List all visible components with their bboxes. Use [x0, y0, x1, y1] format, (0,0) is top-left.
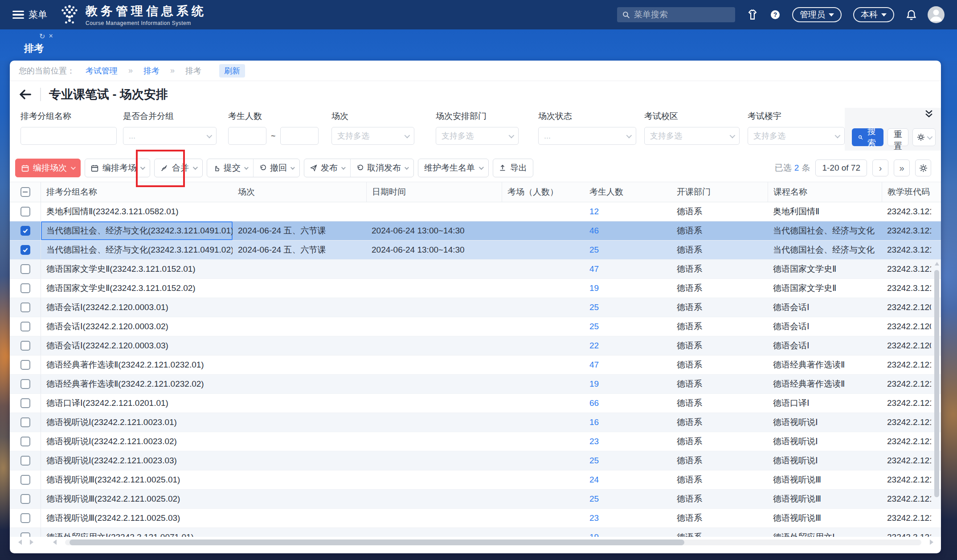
- frozen-scroll-right-button[interactable]: [26, 539, 37, 546]
- vertical-scrollbar[interactable]: [934, 204, 940, 534]
- merged-select[interactable]: ...: [123, 127, 217, 145]
- column-header-students[interactable]: 考生人数: [584, 182, 671, 202]
- last-page-button[interactable]: »: [894, 159, 910, 176]
- students-count-link[interactable]: 19: [589, 283, 599, 293]
- table-row[interactable]: 德语经典著作选读Ⅱ(23242.2.121.0232.01) 47 德语系 德语…: [10, 356, 941, 375]
- students-count-link[interactable]: 25: [589, 322, 599, 331]
- column-header-datetime[interactable]: 日期时间: [366, 182, 502, 202]
- back-arrow-button[interactable]: [19, 88, 32, 101]
- row-checkbox[interactable]: [20, 341, 30, 351]
- table-row[interactable]: 德语国家文学史Ⅱ(23242.3.121.0152.01) 47 德语系 德语国…: [10, 260, 941, 279]
- publish-button[interactable]: 发布: [304, 159, 350, 177]
- column-header-dept[interactable]: 开课部门: [671, 182, 768, 202]
- students-count-link[interactable]: 16: [589, 417, 599, 427]
- table-row[interactable]: 德语会话Ⅰ(23242.2.120.0003.03) 22 德语系 德语会话Ⅰ …: [10, 336, 941, 356]
- withdraw-button[interactable]: 撤回: [253, 159, 299, 177]
- scroll-left-arrow[interactable]: [49, 539, 61, 546]
- frozen-scroll-left-button[interactable]: [14, 539, 26, 546]
- building-select[interactable]: 支持多选: [748, 127, 845, 145]
- column-header-session[interactable]: 场次: [233, 182, 366, 202]
- table-row[interactable]: 德语经典著作选读Ⅱ(23242.2.121.0232.02) 19 德语系 德语…: [10, 375, 941, 394]
- students-count-link[interactable]: 66: [589, 398, 599, 408]
- table-row[interactable]: 德语会话Ⅰ(23242.2.120.0003.01) 25 德语系 德语会话Ⅰ …: [10, 298, 941, 317]
- notification-bell-icon[interactable]: [906, 9, 917, 20]
- row-checkbox[interactable]: [20, 379, 30, 389]
- students-count-link[interactable]: 22: [589, 341, 599, 351]
- help-icon[interactable]: ?: [770, 9, 781, 20]
- row-checkbox[interactable]: [20, 322, 30, 331]
- next-page-button[interactable]: ›: [872, 159, 888, 176]
- select-all-checkbox[interactable]: [20, 187, 30, 197]
- table-settings-button[interactable]: [915, 159, 931, 176]
- row-checkbox[interactable]: [20, 437, 30, 446]
- row-checkbox[interactable]: [20, 456, 30, 466]
- vertical-scrollbar-thumb[interactable]: [934, 270, 939, 497]
- horizontal-scrollbar-thumb[interactable]: [70, 540, 684, 545]
- breadcrumb-link-exam-management[interactable]: 考试管理: [86, 65, 118, 76]
- breadcrumb-link-scheduling[interactable]: 排考: [143, 65, 160, 76]
- table-row[interactable]: 德语国家文学史Ⅱ(23242.3.121.0152.02) 19 德语系 德语国…: [10, 279, 941, 298]
- row-checkbox[interactable]: [20, 532, 30, 537]
- table-row[interactable]: 德语视听说Ⅲ(23242.2.121.0025.01) 24 德语系 德语视听说…: [10, 470, 941, 490]
- column-header-room[interactable]: 考场（人数）: [502, 182, 584, 202]
- arrange-room-button[interactable]: 编排考场: [85, 159, 150, 177]
- merge-button[interactable]: 合并: [154, 159, 203, 177]
- row-checkbox[interactable]: [20, 226, 30, 236]
- table-row[interactable]: 德语视听说Ⅰ(23242.2.121.0023.01) 16 德语系 德语视听说…: [10, 413, 941, 432]
- students-count-link[interactable]: 25: [589, 494, 599, 504]
- table-row[interactable]: 德语视听说Ⅲ(23242.2.121.0025.03) 23 德语系 德语视听说…: [10, 509, 941, 528]
- students-count-link[interactable]: 47: [589, 360, 599, 370]
- row-checkbox[interactable]: [20, 360, 30, 370]
- session-status-select[interactable]: ...: [538, 127, 636, 145]
- students-count-link[interactable]: 25: [589, 302, 599, 312]
- theme-shirt-icon[interactable]: [747, 9, 758, 20]
- students-count-link[interactable]: 25: [589, 456, 599, 466]
- tab-close-icon[interactable]: ×: [49, 32, 53, 41]
- table-row[interactable]: 德语口译Ⅰ(23242.2.121.0201.01) 66 德语系 德语口译Ⅰ …: [10, 394, 941, 413]
- row-checkbox[interactable]: [20, 207, 30, 217]
- table-row[interactable]: 德语外贸应用文Ⅰ(23242.3.121.0071.01) 19 德语系 德语外…: [10, 528, 941, 537]
- students-count-link[interactable]: 47: [589, 264, 599, 274]
- student-count-max-input[interactable]: [280, 127, 319, 145]
- menu-search-input[interactable]: 菜单搜索: [617, 7, 735, 22]
- scope-dropdown[interactable]: 本科: [853, 7, 894, 22]
- column-header-group-name[interactable]: 排考分组名称: [41, 182, 233, 202]
- refresh-button[interactable]: 刷新: [219, 64, 245, 78]
- row-checkbox[interactable]: [20, 398, 30, 408]
- table-row[interactable]: 当代德国社会、经济与文化(23242.3.121.0491.02) 2024-0…: [10, 241, 941, 260]
- students-count-link[interactable]: 12: [589, 207, 599, 217]
- table-row[interactable]: 德语会话Ⅰ(23242.2.120.0003.02) 25 德语系 德语会话Ⅰ …: [10, 317, 941, 336]
- menu-label[interactable]: 菜单: [29, 8, 47, 21]
- row-checkbox[interactable]: [20, 264, 30, 274]
- table-row[interactable]: 德语视听说Ⅰ(23242.2.121.0023.03) 25 德语系 德语视听说…: [10, 451, 941, 470]
- arrange-session-button[interactable]: 编排场次: [15, 159, 81, 177]
- hamburger-menu-icon[interactable]: [12, 11, 24, 19]
- role-dropdown[interactable]: 管理员: [792, 7, 842, 22]
- students-count-link[interactable]: 46: [589, 226, 599, 236]
- campus-select[interactable]: 支持多选: [644, 127, 740, 145]
- row-checkbox[interactable]: [20, 283, 30, 293]
- column-header-class-code[interactable]: 教学班代码: [882, 182, 931, 202]
- students-count-link[interactable]: 19: [589, 379, 599, 389]
- scroll-up-arrow[interactable]: [935, 262, 939, 266]
- table-row[interactable]: 德语视听说Ⅰ(23242.2.121.0023.02) 23 德语系 德语视听说…: [10, 432, 941, 451]
- column-header-course[interactable]: 课程名称: [768, 182, 882, 202]
- maintain-candidate-list-button[interactable]: 维护考生名单: [418, 159, 489, 177]
- group-name-input[interactable]: [20, 127, 117, 145]
- students-count-link[interactable]: 23: [589, 513, 599, 523]
- scroll-right-arrow[interactable]: [926, 539, 937, 546]
- reset-button[interactable]: 重置: [887, 128, 908, 146]
- row-checkbox[interactable]: [20, 494, 30, 504]
- row-checkbox[interactable]: [20, 475, 30, 485]
- submit-button[interactable]: 提交: [207, 159, 253, 177]
- tab-exam-scheduling[interactable]: 排考: [24, 42, 44, 55]
- table-row[interactable]: 德语视听说Ⅲ(23242.2.121.0025.02) 25 德语系 德语视听说…: [10, 490, 941, 509]
- row-checkbox[interactable]: [20, 302, 30, 312]
- students-count-link[interactable]: 25: [589, 245, 599, 255]
- session-select[interactable]: 支持多选: [331, 127, 414, 145]
- session-dept-select[interactable]: 支持多选: [436, 127, 519, 145]
- students-count-link[interactable]: 23: [589, 437, 599, 446]
- tab-refresh-icon[interactable]: ↻: [39, 32, 45, 41]
- table-row[interactable]: 奥地利国情Ⅱ(23242.3.121.0582.01) 12 德语系 奥地利国情…: [10, 202, 941, 221]
- row-checkbox[interactable]: [20, 513, 30, 523]
